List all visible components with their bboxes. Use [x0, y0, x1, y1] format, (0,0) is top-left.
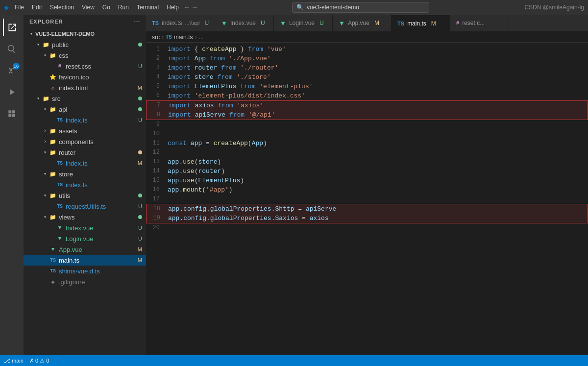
file-badge-m: M [138, 85, 142, 91]
chevron-down-icon: ▾ [41, 213, 49, 221]
breadcrumb-src[interactable]: src [152, 34, 160, 41]
nav-back-icon[interactable]: ← [185, 3, 189, 11]
explorer-icon[interactable] [3, 19, 21, 36]
line-num: 3 [146, 63, 168, 73]
menu-help[interactable]: Help [167, 4, 179, 11]
explorer-label: EXPLORER [29, 19, 63, 24]
line-content: import ElementPlus from 'element-plus' [168, 82, 588, 91]
source-control-icon[interactable]: 16 [3, 62, 21, 79]
sidebar-item-shims-vue[interactable]: ▾ TS shims-vue.d.ts [24, 266, 146, 276]
project-name: VUE3-ELEMENT-DEMO [35, 31, 95, 37]
code-line-19: 19 app.config.globalProperties.$axios = … [146, 214, 588, 223]
line-content: app.use(store) [168, 157, 588, 167]
file-badge-m: M [138, 246, 142, 252]
sidebar-item-login-vue[interactable]: ▾ ▼ Login.vue U [24, 233, 146, 244]
sidebar-item-public[interactable]: ▾ 📁 public [24, 39, 146, 50]
breadcrumb-sep: › [162, 34, 164, 41]
tab-main-ts[interactable]: TS main.ts M [392, 15, 450, 31]
tab-reset-css[interactable]: # reset.c... [450, 15, 509, 31]
breadcrumb-filename[interactable]: main.ts [174, 34, 193, 41]
file-badge-m: M [138, 160, 142, 166]
tab-app-vue[interactable]: ▼ App.vue M [333, 15, 392, 31]
menu-terminal[interactable]: Terminal [137, 4, 159, 11]
html-file-icon: ◇ [49, 84, 57, 92]
sidebar-item-router-index-ts[interactable]: ▾ TS index.ts M [24, 158, 146, 169]
sidebar-item-api[interactable]: ▾ 📁 api [24, 104, 146, 115]
breadcrumb-sep: › [195, 34, 196, 41]
code-line-13: 13 app.use(store) [146, 157, 588, 167]
folder-label-src: src [52, 95, 60, 102]
file-label-main-ts: main.ts [59, 257, 79, 264]
sidebar: EXPLORER ··· ▾ VUE3-ELEMENT-DEMO ▾ 📁 pub… [24, 15, 146, 355]
folder-label-assets: assets [59, 127, 77, 135]
code-line-6: 6 import 'element-plus/dist/index.css' [146, 91, 588, 100]
tab-label-login-vue: Login.vue [289, 20, 315, 26]
sidebar-item-store[interactable]: ▾ 📁 store [24, 169, 146, 179]
modified-dot [138, 194, 142, 197]
project-root[interactable]: ▾ VUE3-ELEMENT-DEMO [24, 28, 146, 39]
run-debug-icon[interactable] [3, 83, 21, 101]
sidebar-item-index-vue[interactable]: ▾ ▼ Index.vue U [24, 222, 146, 233]
file-label-requestutils: requestUtils.ts [66, 203, 106, 210]
sidebar-item-app-vue[interactable]: ▾ ▼ App.vue M [24, 244, 146, 255]
sidebar-item-index-html[interactable]: ▾ ◇ index.html M [24, 82, 146, 93]
file-badge-u: U [138, 225, 142, 231]
line-num: 4 [146, 73, 168, 82]
sidebar-item-requestutils[interactable]: ▾ TS requestUtils.ts U [24, 201, 146, 212]
tab-index-ts[interactable]: TS index.ts ...\\api U [146, 15, 215, 31]
sidebar-item-store-index-ts[interactable]: ▾ TS index.ts [24, 179, 146, 190]
tab-login-vue[interactable]: ▼ Login.vue U [274, 15, 333, 31]
sidebar-item-components[interactable]: › 📁 components [24, 136, 146, 147]
line-num: 1 [146, 45, 168, 54]
nav-fwd-icon[interactable]: → [193, 3, 196, 11]
folder-icon: 📁 [49, 127, 57, 135]
sidebar-item-main-ts[interactable]: ▾ TS main.ts M [24, 255, 146, 266]
sidebar-item-api-index-ts[interactable]: ▾ TS index.ts U [24, 115, 146, 125]
main-layout: 16 EXPLORER ··· ▾ VUE3-ELEMENT-DEMO ▾ 📁 … [0, 15, 588, 355]
ts-file-icon: TS [56, 159, 64, 167]
menu-view[interactable]: View [82, 4, 95, 11]
chevron-down-icon: ▾ [41, 170, 49, 178]
more-options-icon[interactable]: ··· [134, 19, 140, 24]
command-palette[interactable]: 🔍 vue3-element-demo [292, 2, 429, 13]
folder-label-router: router [59, 149, 75, 156]
menu-go[interactable]: Go [102, 4, 110, 11]
sidebar-item-assets[interactable]: › 📁 assets [24, 125, 146, 136]
sidebar-item-favicon[interactable]: ▾ ⭐ favicon.ico [24, 72, 146, 82]
sidebar-item-css[interactable]: ▾ 📁 css [24, 50, 146, 61]
watermark-text: CSDN @smileAgain-lg [524, 4, 584, 11]
tab-label-index-ts: index.ts [162, 20, 182, 26]
sidebar-item-utils[interactable]: ▾ 📁 utils [24, 190, 146, 201]
menu-selection[interactable]: Selection [50, 4, 74, 11]
tab-index-vue[interactable]: ▼ Index.vue U [215, 15, 274, 31]
sidebar-item-gitignore[interactable]: ▾ ◆ .gitignore [24, 276, 146, 287]
ts-file-icon: TS [49, 267, 57, 275]
status-errors: ✗ 0 ⚠ 0 [29, 358, 49, 364]
tab-label-reset-css: reset.c... [462, 20, 485, 26]
ts-file-icon: TS [56, 202, 64, 210]
extensions-icon[interactable] [3, 105, 21, 122]
sidebar-item-views[interactable]: ▾ 📁 views [24, 212, 146, 222]
file-badge-u: U [138, 63, 142, 69]
vue-file-icon: ▼ [56, 235, 64, 243]
line-content: import 'element-plus/dist/index.css' [168, 91, 588, 100]
status-branch[interactable]: ⎇ main [4, 358, 24, 364]
menu-file[interactable]: File [15, 4, 24, 11]
menu-run[interactable]: Run [118, 4, 129, 11]
sidebar-item-src[interactable]: ▾ 📁 src [24, 93, 146, 104]
sidebar-item-reset-css[interactable]: ▾ # reset.css U [24, 61, 146, 72]
file-label-store-index-ts: index.ts [66, 181, 88, 189]
tab-badge-u: U [319, 20, 324, 26]
folder-icon: 📁 [42, 95, 50, 102]
folder-label-views: views [59, 214, 75, 221]
menu-edit[interactable]: Edit [32, 4, 42, 11]
line-num: 12 [146, 148, 168, 157]
source-control-badge: 16 [13, 63, 20, 70]
line-content: app.use(ElementPlus) [168, 176, 588, 185]
line-content: app.mount('#app') [168, 185, 588, 195]
code-editor[interactable]: 1 import { createApp } from 'vue' 2 impo… [146, 43, 588, 355]
search-activity-icon[interactable] [3, 40, 21, 58]
editor-area: TS index.ts ...\\api U ▼ Index.vue U ▼ L… [146, 15, 588, 355]
line-num: 14 [146, 167, 168, 176]
sidebar-item-router[interactable]: ▾ 📁 router [24, 147, 146, 158]
